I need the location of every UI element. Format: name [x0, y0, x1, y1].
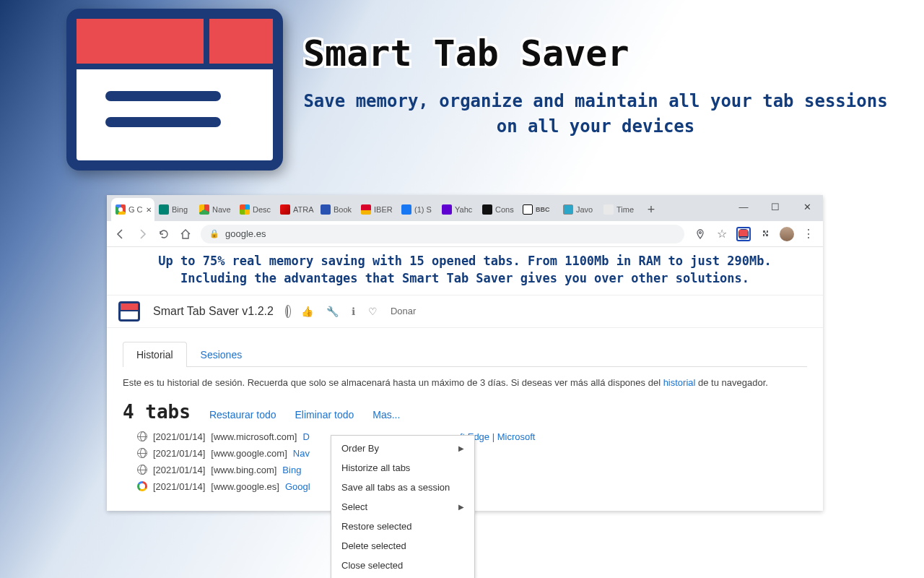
extensions-puzzle-icon[interactable]	[758, 227, 772, 241]
address-bar: 🔒 google.es ☆ ⋮	[107, 221, 823, 247]
hero-title: Smart Tab Saver	[303, 33, 924, 74]
menu-save-session[interactable]: Save all tabs as a session	[331, 478, 474, 497]
url-input[interactable]: 🔒 google.es	[201, 225, 684, 243]
browser-tab[interactable]: Bing	[154, 198, 195, 221]
browser-tab[interactable]: Yahc	[437, 198, 478, 221]
site-icon	[137, 448, 147, 458]
tab-historial[interactable]: Historial	[123, 342, 187, 367]
reload-icon[interactable]	[157, 228, 170, 241]
tools-icon[interactable]: 🔧	[326, 306, 339, 317]
history-page-link[interactable]: D	[302, 431, 309, 442]
tab-label: Time	[616, 205, 634, 214]
submenu-arrow-icon: ▶	[458, 444, 464, 452]
tab-label: Yahc	[455, 205, 472, 214]
browser-tab[interactable]: G C✕	[111, 198, 154, 221]
history-description: Este es tu historial de sesión. Recuerda…	[123, 377, 807, 388]
tab-label: Bing	[172, 205, 188, 214]
history-link[interactable]: historial	[663, 377, 696, 388]
menu-orderby[interactable]: Order By▶	[331, 439, 474, 458]
chrome-menu-icon[interactable]: ⋮	[801, 227, 816, 241]
menu-delete-selected[interactable]: Delete selected	[331, 536, 474, 556]
url-text: google.es	[225, 228, 266, 239]
menu-historize-all[interactable]: Historize all tabs	[331, 458, 474, 478]
globe-icon[interactable]	[287, 306, 288, 317]
site-icon	[137, 431, 147, 441]
tab-label: Book	[334, 205, 352, 214]
profile-avatar[interactable]	[780, 227, 794, 241]
popup-logo-icon	[118, 301, 140, 322]
restore-all-link[interactable]: Restaurar todo	[209, 409, 276, 420]
app-logo	[66, 9, 283, 171]
browser-tab[interactable]: Desc	[235, 198, 276, 221]
tab-sesiones[interactable]: Sesiones	[187, 342, 256, 367]
close-tab-icon[interactable]: ✕	[146, 206, 152, 214]
history-page-link[interactable]: Bing	[282, 465, 301, 475]
google-favicon	[137, 481, 147, 491]
history-page-link[interactable]: Googl	[285, 481, 310, 492]
window-close-button[interactable]: ✕	[791, 195, 823, 218]
tab-label: IBER	[374, 205, 393, 214]
popup-title: Smart Tab Saver v1.2.2	[153, 305, 274, 318]
memory-saving-text: Up to 75% real memory saving with 15 ope…	[107, 247, 823, 295]
tab-label: G C	[128, 205, 143, 214]
tab-label: (1) S	[414, 205, 432, 214]
location-pin-icon[interactable]	[693, 227, 707, 241]
browser-tabstrip: G C✕ Bing Nave Desc ATRA Book IBER (1) S…	[107, 195, 823, 221]
more-context-menu: Order By▶ Historize all tabs Save all ta…	[331, 435, 475, 578]
submenu-arrow-icon: ▶	[458, 503, 464, 511]
forward-icon[interactable]	[136, 228, 149, 241]
window-minimize-button[interactable]: —	[728, 195, 759, 218]
more-link[interactable]: Mas...	[372, 409, 400, 420]
new-tab-button[interactable]: +	[642, 201, 660, 218]
bookmark-star-icon[interactable]: ☆	[715, 227, 729, 241]
info-icon[interactable]: ℹ	[352, 306, 355, 317]
thumbs-up-icon[interactable]: 👍	[301, 306, 313, 317]
tab-label: ATRA	[293, 205, 314, 214]
home-icon[interactable]	[179, 228, 192, 241]
browser-tab[interactable]: Nave	[195, 198, 235, 221]
site-icon	[137, 465, 147, 475]
browser-tab[interactable]: ATRA	[276, 198, 316, 221]
tab-label: Cons	[495, 205, 514, 214]
tab-label: Javo	[576, 205, 593, 214]
heart-icon[interactable]: ♡	[368, 306, 378, 317]
hero-subtitle: Save memory, organize and maintain all y…	[303, 89, 888, 139]
menu-close-selected[interactable]: Close selected	[331, 556, 474, 575]
history-page-link[interactable]: Nav	[293, 448, 310, 459]
browser-tab[interactable]: IBER	[357, 198, 397, 221]
browser-tab[interactable]: (1) S	[397, 198, 437, 221]
tab-label: Nave	[212, 205, 231, 214]
window-maximize-button[interactable]: ☐	[759, 195, 791, 218]
donate-link[interactable]: Donar	[391, 306, 416, 316]
browser-tab[interactable]: Javo	[559, 198, 599, 221]
browser-tab[interactable]: Cons	[478, 198, 518, 221]
menu-select[interactable]: Select▶	[331, 497, 474, 517]
smarttabsaver-extension-icon[interactable]	[736, 227, 751, 241]
lock-icon: 🔒	[209, 229, 219, 238]
browser-window: G C✕ Bing Nave Desc ATRA Book IBER (1) S…	[107, 195, 823, 511]
back-icon[interactable]	[114, 228, 127, 241]
browser-tab[interactable]: Time	[599, 198, 640, 221]
content-tabs: Historial Sesiones	[123, 341, 807, 367]
svg-point-0	[699, 231, 702, 233]
delete-all-link[interactable]: Eliminar todo	[295, 409, 354, 420]
menu-restore-selected[interactable]: Restore selected	[331, 517, 474, 536]
popup-header: Smart Tab Saver v1.2.2 👍 🔧 ℹ ♡ Donar	[107, 295, 823, 328]
browser-tab[interactable]: Book	[316, 198, 357, 221]
browser-tab[interactable]: BBC	[518, 198, 559, 221]
tab-counter: 4 tabs	[123, 401, 191, 423]
tab-label: BBC	[536, 206, 550, 213]
tab-label: Desc	[253, 205, 271, 214]
